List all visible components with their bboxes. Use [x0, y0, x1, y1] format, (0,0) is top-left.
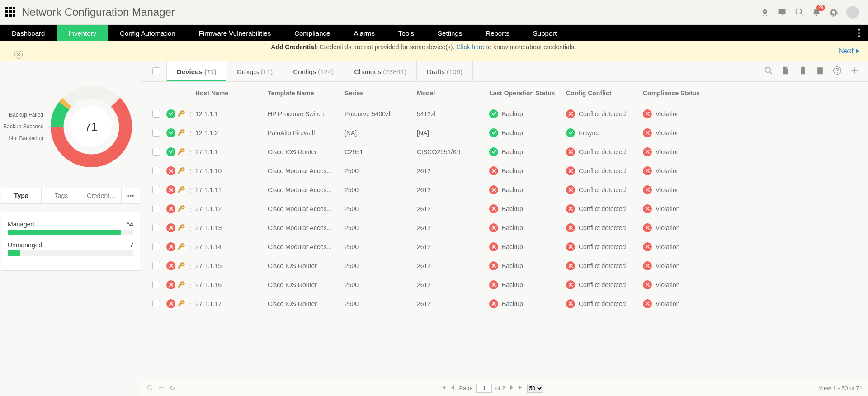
next-button[interactable]: Next	[839, 47, 860, 55]
nav-alarms[interactable]: Alarms	[342, 25, 387, 41]
table-row[interactable]: ⋮ 12.1.1.2 PaloAlto Firewall [NA] [NA] B…	[141, 123, 868, 142]
row-checkbox[interactable]	[152, 243, 160, 250]
gear-icon[interactable]	[829, 8, 838, 17]
row-checkbox[interactable]	[152, 262, 160, 269]
cell-series: 2500	[344, 243, 417, 250]
next-page-icon[interactable]	[509, 385, 514, 391]
sidebar-tab-tags[interactable]: Tags	[42, 188, 82, 203]
table-row[interactable]: ⋮ 27.1.1.10 Cisco Modular Acces... 2500 …	[141, 161, 868, 180]
col-template[interactable]: Template Name	[268, 90, 344, 97]
nav-compliance[interactable]: Compliance	[283, 25, 342, 41]
page-input[interactable]	[476, 384, 492, 393]
check-circle-icon	[489, 109, 498, 118]
page-size-select[interactable]: 50	[527, 384, 543, 393]
row-menu-icon[interactable]: ⋮	[187, 186, 193, 193]
tab-changes[interactable]: Changes (23841)	[344, 61, 417, 81]
help-icon[interactable]	[833, 66, 842, 76]
first-page-icon[interactable]	[441, 385, 446, 391]
legend-item: Backup Success	[1, 121, 43, 132]
col-hostname[interactable]: Host Name	[195, 90, 268, 97]
pager: Page of 2 50 View 1 - 50 of 71	[141, 380, 868, 396]
col-compliance[interactable]: Compliance Status	[643, 90, 711, 97]
page-label: Page	[459, 385, 472, 391]
row-checkbox[interactable]	[152, 186, 160, 193]
table-row[interactable]: ⋮ 12.1.1.1 HP Procurve Switch Procurve 5…	[141, 104, 868, 123]
type-bar-row[interactable]: Managed64	[8, 221, 133, 235]
tab-drafts[interactable]: Drafts (109)	[417, 61, 473, 81]
nav-tools[interactable]: Tools	[387, 25, 426, 41]
table-row[interactable]: ⋮ 27.1.1.14 Cisco Modular Acces... 2500 …	[141, 237, 868, 256]
nav-more-icon[interactable]	[850, 25, 868, 41]
row-checkbox[interactable]	[152, 167, 160, 174]
search-icon[interactable]	[795, 8, 804, 17]
row-menu-icon[interactable]: ⋮	[187, 300, 193, 307]
select-all-checkbox[interactable]	[152, 67, 160, 75]
x-circle-icon	[566, 242, 575, 251]
row-checkbox[interactable]	[152, 300, 160, 307]
row-menu-icon[interactable]: ⋮	[187, 262, 193, 269]
rocket-icon[interactable]	[760, 8, 769, 17]
add-icon[interactable]	[850, 66, 859, 76]
row-checkbox[interactable]	[152, 148, 160, 156]
row-menu-icon[interactable]: ⋮	[187, 224, 193, 231]
row-checkbox[interactable]	[152, 281, 160, 288]
table-row[interactable]: ⋮ 27.1.1.15 Cisco IOS Router 2500 2612 B…	[141, 256, 868, 275]
tab-groups[interactable]: Groups (11)	[226, 61, 283, 81]
cell-lastop: Backup	[489, 223, 566, 232]
tab-devices[interactable]: Devices (71)	[166, 61, 226, 81]
sidebar-tab-type[interactable]: Type	[1, 188, 42, 203]
nav-inventory[interactable]: Inventory	[57, 25, 108, 41]
tab-label: Changes	[354, 68, 381, 75]
row-menu-icon[interactable]: ⋮	[187, 205, 193, 212]
nav-dashboard[interactable]: Dashboard	[0, 25, 57, 41]
row-menu-icon[interactable]: ⋮	[187, 148, 193, 156]
nav-reports[interactable]: Reports	[474, 25, 521, 41]
pager-config-icon[interactable]	[158, 384, 165, 392]
table-row[interactable]: ⋮ 27.1.1.17 Cisco IOS Router 2500 2612 B…	[141, 294, 868, 313]
cell-template: Cisco Modular Acces...	[268, 224, 344, 231]
row-checkbox[interactable]	[152, 224, 160, 231]
presentation-icon[interactable]	[778, 8, 787, 17]
cell-compliance: Violation	[643, 109, 711, 118]
sidebar-tab-credent[interactable]: Credent…	[81, 188, 122, 203]
table-row[interactable]: ⋮ 27.1.1.12 Cisco Modular Acces... 2500 …	[141, 199, 868, 218]
pager-search-icon[interactable]	[146, 384, 153, 392]
close-icon[interactable]: ✕	[14, 51, 23, 59]
clipboard-icon[interactable]	[798, 66, 807, 76]
grid-search-icon[interactable]	[764, 66, 773, 76]
bell-icon[interactable]: 29	[812, 8, 821, 17]
nav-support[interactable]: Support	[521, 25, 569, 41]
app-grid-icon[interactable]	[5, 7, 16, 18]
table-row[interactable]: ⋮ 27.1.1.11 Cisco Modular Acces... 2500 …	[141, 180, 868, 199]
nav-config-automation[interactable]: Config Automation	[108, 25, 187, 41]
table-row[interactable]: ⋮ 27.1.1.13 Cisco Modular Acces... 2500 …	[141, 218, 868, 237]
row-checkbox[interactable]	[152, 110, 160, 118]
schedule-icon[interactable]	[816, 66, 825, 76]
table-row[interactable]: ⋮ 27.1.1.1 Cisco IOS Router C2951 CISCO2…	[141, 142, 868, 161]
row-menu-icon[interactable]: ⋮	[187, 110, 193, 118]
alert-link[interactable]: Click here	[456, 43, 484, 51]
row-menu-icon[interactable]: ⋮	[187, 129, 193, 137]
type-bar-row[interactable]: Unmanaged7	[8, 241, 133, 256]
nav-firmware-vulnerabilities[interactable]: Firmware Vulnerabilities	[187, 25, 283, 41]
col-model[interactable]: Model	[417, 90, 489, 97]
cell-lastop: Backup	[489, 109, 566, 118]
tab-configs[interactable]: Configs (124)	[283, 61, 344, 81]
nav-settings[interactable]: Settings	[426, 25, 474, 41]
row-checkbox[interactable]	[152, 129, 160, 137]
sidebar-tab-more-icon[interactable]: •••	[122, 188, 140, 203]
col-lastop[interactable]: Last Operation Status	[489, 90, 566, 97]
prev-page-icon[interactable]	[450, 385, 455, 391]
row-menu-icon[interactable]: ⋮	[187, 167, 193, 174]
table-row[interactable]: ⋮ 27.1.1.16 Cisco IOS Router 2500 2612 B…	[141, 275, 868, 294]
row-menu-icon[interactable]: ⋮	[187, 281, 193, 288]
row-menu-icon[interactable]: ⋮	[187, 243, 193, 250]
export-pdf-icon[interactable]	[781, 66, 790, 76]
last-page-icon[interactable]	[518, 385, 524, 391]
pager-refresh-icon[interactable]	[169, 384, 176, 392]
avatar[interactable]	[846, 6, 859, 19]
col-conflict[interactable]: Config Conflict	[566, 90, 643, 97]
col-series[interactable]: Series	[344, 90, 417, 97]
row-checkbox[interactable]	[152, 205, 160, 212]
main-panel: Devices (71) Groups (11) Configs (124) C…	[141, 61, 868, 396]
